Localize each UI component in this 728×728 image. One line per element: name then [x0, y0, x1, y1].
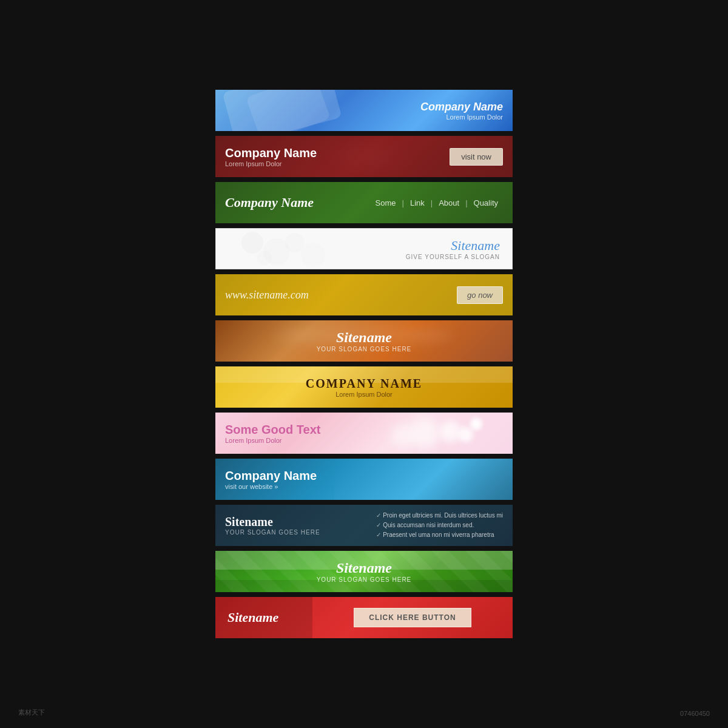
nav-sep-1: | — [401, 198, 405, 207]
svg-point-2 — [257, 251, 272, 265]
banner-2-deco — [318, 136, 416, 177]
banner-9-title: Company Name — [225, 469, 317, 483]
nav-item-link[interactable]: Link — [405, 198, 430, 207]
banner-1-text: Company Name Lorem Ipsum Dolor — [420, 101, 503, 121]
banners-container: Company Name Lorem Ipsum Dolor Company N… — [215, 90, 513, 638]
banner-11-title: Sitename — [317, 560, 412, 576]
banner-2: Company Name Lorem Ipsum Dolor visit now — [215, 136, 513, 177]
banner-2-subtitle: Lorem Ipsum Dolor — [225, 160, 317, 167]
nav-item-quality[interactable]: Quality — [469, 198, 503, 207]
banner-10-bullet-3: Praesent vel uma non mi viverra pharetra — [376, 530, 503, 540]
banner-2-left: Company Name Lorem Ipsum Dolor — [225, 146, 317, 167]
banner-2-title: Company Name — [225, 146, 317, 160]
banner-5-go-button[interactable]: go now — [457, 286, 503, 304]
banner-10-title: Sitename — [225, 515, 320, 529]
banner-7-title: COMPANY NAME — [306, 377, 422, 391]
banner-5-url: www.sitename.com — [225, 289, 309, 302]
nav-sep-3: | — [464, 198, 468, 207]
banner-8: Some Good Text Lorem Ipsum Dolor — [215, 413, 513, 454]
svg-point-0 — [241, 232, 263, 254]
banner-1-title: Company Name — [420, 101, 503, 113]
nav-sep-2: | — [430, 198, 434, 207]
watermark-left: 素材天下 — [18, 708, 45, 717]
watermark-right: 07460450 — [680, 710, 710, 717]
banner-5: www.sitename.com go now — [215, 274, 513, 315]
banner-11-text: Sitename YOUR SLOGAN GOES HERE — [317, 560, 412, 583]
banner-6: Sitename YOUR SLOGAN GOES HERE — [215, 320, 513, 362]
banner-8-subtitle: Lorem Ipsum Dolor — [225, 437, 320, 444]
banner-11: Sitename YOUR SLOGAN GOES HERE — [215, 551, 513, 592]
banner-6-title: Sitename — [317, 329, 412, 346]
banner-12-right: CLICK HERE BUTTON — [312, 608, 513, 627]
svg-point-3 — [285, 233, 305, 252]
nav-item-some[interactable]: Some — [371, 198, 401, 207]
banner-10-left: Sitename YOUR SLOGAN GOES HERE — [225, 515, 320, 536]
banner-4-title: Sitename — [406, 238, 500, 254]
banner-10-right: Proin eget ultricies mi. Duis ultrices l… — [376, 511, 503, 540]
banner-3-nav: Some | Link | About | Quality — [371, 198, 503, 207]
banner-7-subtitle: Lorem Ipsum Dolor — [306, 391, 422, 398]
banner-12-title: Sitename — [228, 610, 278, 625]
banner-4-deco — [216, 229, 362, 269]
banner-9-subtitle: visit our website » — [225, 483, 317, 490]
nav-item-about[interactable]: About — [434, 198, 464, 207]
banner-8-bokeh — [373, 415, 494, 451]
banner-11-subtitle: YOUR SLOGAN GOES HERE — [317, 576, 412, 583]
banner-12-click-button[interactable]: CLICK HERE BUTTON — [354, 608, 471, 627]
banner-7: COMPANY NAME Lorem Ipsum Dolor — [215, 366, 513, 408]
banner-1-subtitle: Lorem Ipsum Dolor — [420, 113, 503, 121]
banner-9: Company Name visit our website » — [215, 459, 513, 500]
banner-7-text: COMPANY NAME Lorem Ipsum Dolor — [306, 377, 422, 398]
banner-10-subtitle: YOUR SLOGAN GOES HERE — [225, 529, 320, 536]
banner-2-visit-button[interactable]: visit now — [450, 148, 503, 166]
banner-12-left: Sitename — [215, 597, 312, 638]
svg-point-4 — [301, 243, 325, 267]
banner-1: Company Name Lorem Ipsum Dolor — [215, 90, 513, 131]
banner-10: Sitename YOUR SLOGAN GOES HERE Proin ege… — [215, 505, 513, 546]
banner-6-text: Sitename YOUR SLOGAN GOES HERE — [317, 329, 412, 352]
banner-10-bullet-1: Proin eget ultricies mi. Duis ultrices l… — [376, 511, 503, 521]
banner-6-subtitle: YOUR SLOGAN GOES HERE — [317, 346, 412, 352]
banner-12: Sitename CLICK HERE BUTTON — [215, 597, 513, 638]
banner-8-text: Some Good Text Lorem Ipsum Dolor — [225, 423, 320, 444]
banner-3: Company Name Some | Link | About | Quali… — [215, 182, 513, 223]
banner-3-title: Company Name — [225, 195, 314, 211]
banner-10-bullet-2: Quis accumsan nisi interdum sed. — [376, 521, 503, 530]
banner-4-subtitle: GIVE YOURSELF A SLOGAN — [406, 254, 500, 260]
banner-4-svg — [228, 231, 349, 267]
banner-9-text: Company Name visit our website » — [225, 469, 317, 490]
banner-4-text: Sitename GIVE YOURSELF A SLOGAN — [406, 238, 500, 260]
banner-8-title: Some Good Text — [225, 423, 320, 437]
banner-4: Sitename GIVE YOURSELF A SLOGAN — [215, 228, 513, 269]
